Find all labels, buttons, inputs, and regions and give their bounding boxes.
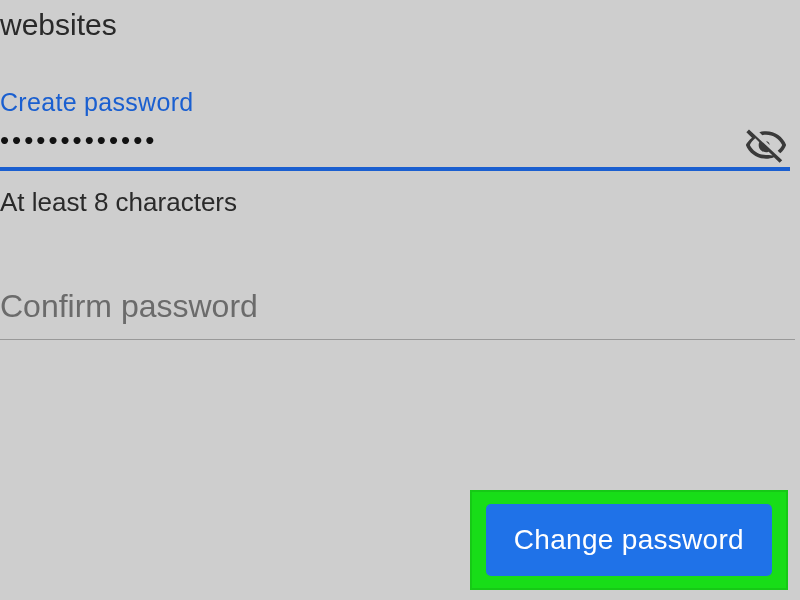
create-password-field-group: Create password ••••••••••••• At least 8… (0, 88, 800, 218)
confirm-password-input[interactable]: Confirm password (0, 288, 795, 340)
change-password-button[interactable]: Change password (486, 504, 772, 576)
create-password-input[interactable]: ••••••••••••• (0, 125, 790, 171)
create-password-label: Create password (0, 88, 800, 117)
description-text-fragment: websites (0, 8, 117, 42)
visibility-off-icon[interactable] (744, 124, 788, 168)
confirm-password-field-group: Confirm password (0, 288, 800, 340)
highlight-annotation: Change password (470, 490, 788, 590)
create-password-helper-text: At least 8 characters (0, 187, 800, 218)
create-password-input-wrapper: ••••••••••••• (0, 125, 800, 171)
